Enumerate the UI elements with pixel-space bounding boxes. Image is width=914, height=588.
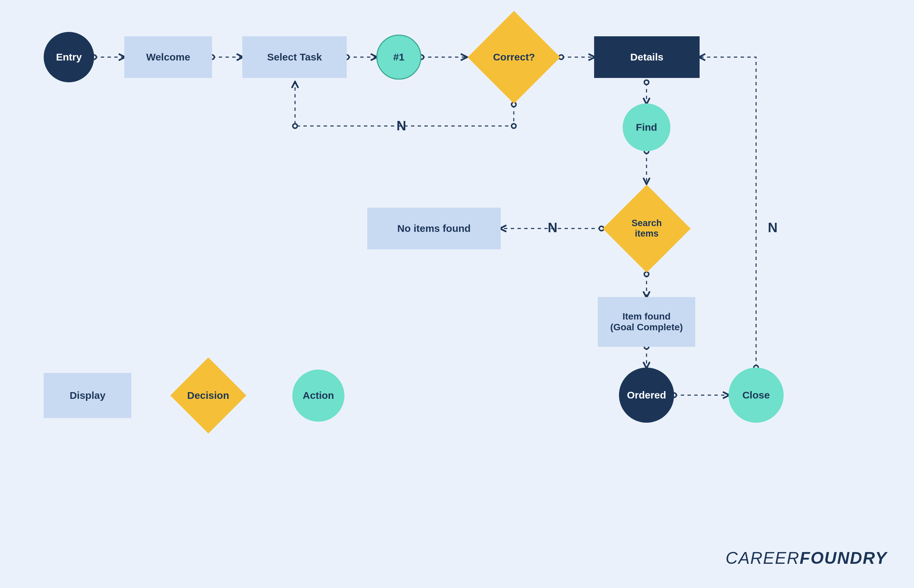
- legend-decision-label: Decision: [187, 390, 229, 402]
- node-entry: Entry: [44, 32, 94, 82]
- node-no-items-found: No items found: [367, 208, 501, 249]
- node-close: Close: [728, 368, 784, 423]
- node-find-label: Find: [636, 122, 657, 133]
- edge-label-search-no: N: [548, 220, 557, 235]
- node-correct-decision: Correct?: [468, 11, 560, 104]
- legend-display: Display: [44, 373, 131, 418]
- brand-logo: CAREERFOUNDRY: [725, 548, 887, 568]
- node-entry-label: Entry: [56, 52, 82, 63]
- legend-action-label: Action: [303, 390, 334, 402]
- node-ref1: #1: [376, 35, 421, 80]
- node-ref1-label: #1: [393, 52, 404, 63]
- legend-display-label: Display: [69, 390, 105, 402]
- flow-connections: [0, 0, 914, 588]
- node-select-task: Select Task: [242, 36, 347, 78]
- node-welcome-label: Welcome: [146, 52, 190, 63]
- brand-logo-part1: CAREER: [725, 549, 799, 567]
- node-find: Find: [623, 103, 670, 151]
- edge-label-close-no: N: [768, 220, 778, 235]
- legend-decision: Decision: [170, 357, 246, 433]
- node-item-found: Item found (Goal Complete): [598, 297, 695, 347]
- legend-action: Action: [292, 370, 344, 422]
- brand-logo-part2: FOUNDRY: [800, 549, 887, 567]
- edge-label-correct-no: N: [397, 118, 406, 133]
- node-ordered: Ordered: [619, 368, 674, 423]
- node-correct-label: Correct?: [493, 52, 535, 63]
- node-details: Details: [594, 36, 699, 78]
- node-search-items-label: Search items: [631, 218, 662, 239]
- node-no-items-found-label: No items found: [397, 223, 470, 234]
- node-welcome: Welcome: [124, 36, 212, 78]
- node-ordered-label: Ordered: [627, 389, 666, 401]
- node-item-found-label: Item found (Goal Complete): [610, 311, 683, 333]
- node-select-task-label: Select Task: [267, 52, 322, 63]
- node-close-label: Close: [742, 389, 770, 401]
- node-search-items-decision: Search items: [603, 185, 691, 273]
- node-details-label: Details: [630, 52, 663, 63]
